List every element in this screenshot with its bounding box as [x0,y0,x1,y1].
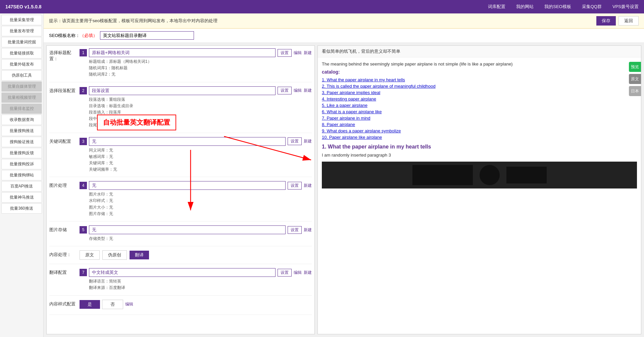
sidebar-item-media: 批量自媒体管理 [1,81,42,92]
image-processing-set[interactable]: 设置 [288,182,302,189]
section1-title: 1. What the paper airplane in my heart t… [322,144,637,150]
btn-pseudo[interactable]: 伪原创 [102,250,127,260]
nav-vps[interactable]: VPS拨号设置 [612,4,639,10]
sidebar-item-video: 批量相视频管理 [1,92,42,103]
sidebar-item-sougou-verify[interactable]: 搜狗验证推送 [1,137,42,147]
image-processing-num: 4 [80,182,87,189]
sidebar-item-sougou-push[interactable]: 批量搜狗推送 [1,126,42,136]
keyword-config-sub: 同义词库：无 敏感词库：无 关键词库：无 关键词频率：无 [89,147,312,173]
btn-japanese-gray[interactable]: 日本 [629,86,641,96]
image-processing-value: 无 [89,181,286,190]
catalog-link-9[interactable]: 9. What does a paper airplane symbolize [322,128,637,133]
paragraph-config-label: 选择段落配置 [49,86,80,94]
nav-qq[interactable]: 采集QQ群 [582,4,602,10]
translation-config-sub: 翻译语言：简转英 翻译来源：百度翻译 [89,278,312,291]
catalog-label: catalog: [322,69,637,75]
image-storage-num: 5 [80,226,87,234]
seo-name-label: SEO模板名称：（必填） [49,33,97,39]
sidebar-item-shenma[interactable]: 批量神马推送 [1,192,42,203]
btn-original-gray[interactable]: 原文 [629,74,641,84]
sidebar-item-sougou-bind[interactable]: 批量搜狗绑站 [1,170,42,180]
save-button[interactable]: 保存 [596,16,616,26]
paragraph-config-value: 段落设置 [89,86,276,95]
translation-config-edit[interactable]: 编辑 [294,270,302,276]
image-processing-new[interactable]: 新建 [304,183,312,188]
translation-config-new[interactable]: 新建 [304,270,312,276]
right-panel: 看似简单的纸飞机，背后的意义却不简单 预览 原文 日本 The meaning … [317,45,641,334]
keyword-config-value: 无 [89,137,286,146]
translation-config-label: 翻译配置 [49,268,80,276]
sidebar-item-traffic[interactable]: 批量流量词挖掘 [1,37,42,47]
seo-name-row: SEO模板名称：（必填） [44,29,644,43]
title-config-body: 1 原标题+网络相关词 设置 编辑 新建 标题组成：原标题（网络相关词1） 随机… [80,48,312,78]
image-storage-set[interactable]: 设置 [288,226,302,234]
content-style-label: 内容样式配置 [49,300,80,307]
catalog-link-10[interactable]: 10. Paper airplane like airplane [322,135,637,140]
panels: 选择标题配置： 1 原标题+网络相关词 设置 编辑 新建 标题组成：原标题（网络… [44,43,644,337]
title-config-set[interactable]: 设置 [278,49,292,57]
nav-links: 词库配置 我的网站 我的SEO模板 采集QQ群 VPS拨号设置 [488,4,639,10]
sidebar-item-360[interactable]: 批量360推送 [1,203,42,214]
nav-mysite[interactable]: 我的网站 [516,4,534,10]
nav-myseo[interactable]: 我的SEO模板 [544,4,571,10]
content-processing-row: 内容处理： 原文 伪原创 翻译 [49,250,312,264]
image-storage-row: 图片存储 5 无 设置 新建 存储类型：无 [49,225,312,246]
sidebar-item-link[interactable]: 批量链接抓取 [1,48,42,58]
sidebar-item-sougou-feedback[interactable]: 批量搜狗反馈 [1,148,42,158]
nav-ciiku[interactable]: 词库配置 [488,4,505,10]
sidebar-item-sougou-complaint[interactable]: 批量搜狗投诉 [1,159,42,169]
shape-circle [480,165,500,185]
keyword-config-new[interactable]: 新建 [304,138,312,144]
image-storage-label: 图片存储 [49,225,80,233]
preview-intro: The meaning behind the seemingly simple … [322,61,637,67]
keyword-config-num: 3 [80,138,87,145]
image-processing-label: 图片处理 [49,181,80,188]
image-shapes [412,165,547,185]
sidebar-item-outlink[interactable]: 批量外链发布 [1,59,42,70]
paragraph-config-set[interactable]: 设置 [278,87,292,94]
content-style-yes[interactable]: 是 [80,300,100,309]
paragraph-config-num: 2 [80,87,87,94]
sidebar-item-collect[interactable]: 批量采集管理 [1,15,42,25]
catalog-link-1[interactable]: 1. What the paper airplane in my heart t… [322,77,637,82]
title-config-value: 原标题+网络相关词 [89,48,276,57]
shape-rect-2 [506,167,547,183]
keyword-config-label: 关键词配置 [49,137,80,144]
sidebar-item-pseudo[interactable]: 伪原创工具 [1,70,42,81]
catalog-link-7[interactable]: 7. Paper airplane in mind [322,116,637,121]
catalog-link-8[interactable]: 8. Paper airplane [322,122,637,127]
keyword-config-row: 关键词配置 3 无 设置 新建 同义词库：无 敏感词库：无 关键词库：无 关 [49,137,312,177]
sidebar-item-publish[interactable]: 批量发布管理 [1,26,42,36]
translation-config-set[interactable]: 设置 [278,269,292,277]
image-storage-new[interactable]: 新建 [304,227,312,233]
paragraph-config-new[interactable]: 新建 [304,88,312,93]
image-processing-row: 图片处理 4 无 设置 新建 图片水印：无 水印样式：无 图片大小：无 图片 [49,181,312,221]
title-config-label: 选择标题配置： [49,48,80,62]
btn-translate[interactable]: 翻译 [130,251,149,259]
image-storage-body: 5 无 设置 新建 存储类型：无 [80,225,312,242]
translation-config-row: 翻译配置 7 中文转成英文 设置 编辑 新建 翻译语言：简转英 翻译来源：百度翻… [49,268,312,295]
btn-original[interactable]: 原文 [80,250,100,260]
keyword-config-set[interactable]: 设置 [288,137,302,145]
paragraph-config-edit[interactable]: 编辑 [294,88,302,93]
catalog-link-5[interactable]: 5. Like a paper airplane [322,103,637,108]
catalog-link-2[interactable]: 2. This is called the paper airplane of … [322,84,637,89]
title-config-new[interactable]: 新建 [304,50,312,56]
catalog-link-6[interactable]: 6. What is a paper airplane like [322,109,637,114]
image-storage-sub: 存储类型：无 [89,236,312,242]
content-style-no[interactable]: 否 [102,300,123,309]
sidebar-item-rank: 批量排名监控 [1,103,42,114]
seo-name-input[interactable] [100,31,194,40]
hint-text: 提示：该页面主要用于seo模板配置，模板可应用到网站发布，本地导出中对内容的处理 [49,18,217,24]
sidebar-item-baidu-api[interactable]: 百度API推送 [1,181,42,192]
back-button[interactable]: 返回 [618,16,639,26]
brand-logo: 147SEO v1.5.0.8 [5,4,41,9]
content-style-edit[interactable]: 编辑 [125,301,133,307]
catalog-link-3[interactable]: 3. Paper airplane implies ideal [322,90,637,95]
catalog-link-4[interactable]: 4. Interesting paper airplane [322,96,637,101]
sidebar-item-record[interactable]: 收录数据查询 [1,115,42,125]
title-config-edit[interactable]: 编辑 [294,50,302,56]
translation-config-body: 7 中文转成英文 设置 编辑 新建 翻译语言：简转英 翻译来源：百度翻译 [80,268,312,291]
main-layout: 批量采集管理 批量发布管理 批量流量词挖掘 批量链接抓取 批量外链发布 伪原创工… [0,13,644,337]
btn-preview-green[interactable]: 预览 [629,62,641,72]
